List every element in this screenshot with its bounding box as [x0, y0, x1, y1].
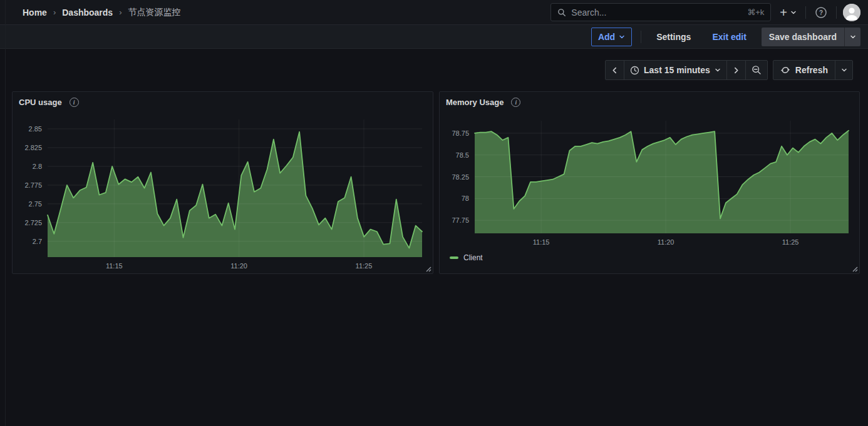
time-controls: Last 15 minutes Refresh [605, 60, 853, 80]
svg-text:2.85: 2.85 [29, 125, 42, 133]
avatar[interactable] [843, 4, 860, 21]
svg-text:78.75: 78.75 [452, 129, 469, 137]
legend-item-client[interactable]: Client [440, 250, 859, 262]
save-dashboard-split-button: Save dashboard [762, 28, 860, 46]
help-icon: ? [815, 6, 827, 19]
chevron-down-icon [850, 34, 856, 40]
exit-edit-button[interactable]: Exit edit [706, 28, 752, 46]
svg-text:78: 78 [462, 195, 469, 202]
help-button[interactable]: ? [812, 4, 830, 21]
breadcrumb-current-dashboard: 节点资源监控 [128, 7, 181, 18]
toolbar-divider [641, 31, 641, 43]
chevron-down-icon [619, 34, 625, 40]
refresh-label: Refresh [795, 65, 828, 75]
chevron-right-icon: › [53, 8, 56, 17]
add-button-label: Add [598, 32, 615, 42]
panel-cpu-header[interactable]: CPU usage i [13, 92, 433, 112]
chevron-right-icon: › [119, 8, 121, 17]
save-dashboard-button[interactable]: Save dashboard [762, 28, 844, 46]
panel-resize-handle[interactable] [851, 265, 858, 272]
svg-text:78.5: 78.5 [456, 151, 469, 159]
chevron-down-icon [715, 67, 721, 73]
time-shift-back-button[interactable] [605, 60, 624, 80]
refresh-icon [780, 65, 790, 75]
breadcrumb-dashboards[interactable]: Dashboards [62, 8, 113, 18]
svg-text:11:15: 11:15 [106, 262, 123, 270]
svg-text:?: ? [819, 9, 823, 16]
refresh-interval-caret-button[interactable] [835, 61, 852, 79]
new-menu-button[interactable]: + [777, 4, 799, 21]
time-shift-forward-button[interactable] [726, 60, 746, 80]
search-input[interactable]: Search... ⌘+k [550, 3, 771, 21]
add-panel-button[interactable]: Add [591, 28, 632, 46]
panel-title: Memory Usage [446, 98, 504, 107]
panel-title: CPU usage [19, 98, 62, 107]
panel-resize-handle[interactable] [425, 265, 431, 272]
search-shortcut: ⌘+k [747, 8, 764, 17]
dashboard-canvas: Last 15 minutes Refresh [0, 49, 868, 425]
plus-icon: + [780, 6, 787, 19]
svg-text:2.825: 2.825 [24, 144, 42, 151]
cpu-usage-chart[interactable]: 2.72.7252.752.7752.82.8252.8511:1511:201… [13, 112, 433, 273]
svg-text:2.75: 2.75 [29, 200, 42, 208]
info-icon[interactable]: i [511, 98, 520, 107]
svg-text:2.775: 2.775 [24, 181, 42, 189]
refresh-button[interactable]: Refresh [773, 61, 835, 79]
search-icon [557, 8, 566, 17]
memory-usage-chart[interactable]: 77.757878.2578.578.7511:1511:2011:25 [440, 112, 859, 250]
settings-button[interactable]: Settings [650, 28, 697, 46]
zoom-out-time-button[interactable] [745, 60, 768, 80]
time-range-label: Last 15 minutes [644, 65, 710, 75]
top-nav-bar: Home › Dashboards › 节点资源监控 Search... ⌘+k… [0, 0, 868, 25]
refresh-split-button: Refresh [773, 60, 853, 80]
panel-memory-header[interactable]: Memory Usage i [440, 92, 859, 112]
legend-series-label: Client [463, 253, 483, 262]
svg-text:77.75: 77.75 [452, 216, 469, 224]
svg-text:78.25: 78.25 [452, 173, 469, 181]
topnav-divider [805, 6, 806, 19]
zoom-out-icon [752, 65, 762, 75]
save-dashboard-caret-button[interactable] [844, 28, 860, 46]
svg-text:2.725: 2.725 [24, 219, 42, 226]
svg-text:11:25: 11:25 [356, 262, 373, 270]
time-range-picker-button[interactable]: Last 15 minutes [624, 60, 727, 80]
chevron-left-icon [611, 67, 618, 74]
svg-text:2.8: 2.8 [33, 163, 42, 170]
chevron-right-icon [733, 67, 740, 74]
page-left-divider [5, 0, 6, 426]
chevron-down-icon [790, 9, 797, 16]
svg-text:2.7: 2.7 [33, 238, 42, 245]
breadcrumb: Home › Dashboards › 节点资源监控 [23, 7, 181, 18]
topnav-divider [836, 6, 837, 19]
svg-text:11:20: 11:20 [658, 238, 674, 246]
breadcrumb-home[interactable]: Home [23, 8, 47, 18]
info-icon[interactable]: i [70, 98, 79, 107]
search-placeholder: Search... [571, 8, 742, 18]
legend-series-color-dash [450, 256, 458, 259]
clock-icon [630, 66, 639, 75]
time-picker-group: Last 15 minutes [605, 60, 768, 80]
panel-memory-usage: Memory Usage i 77.757878.2578.578.7511:1… [439, 91, 860, 274]
svg-text:11:15: 11:15 [533, 238, 550, 246]
svg-text:11:25: 11:25 [782, 238, 799, 246]
dashboard-edit-toolbar: Add Settings Exit edit Save dashboard [0, 25, 868, 49]
svg-text:11:20: 11:20 [230, 262, 247, 270]
chevron-down-icon [841, 67, 847, 73]
panel-cpu-usage: CPU usage i 2.72.7252.752.7752.82.8252.8… [12, 91, 433, 274]
